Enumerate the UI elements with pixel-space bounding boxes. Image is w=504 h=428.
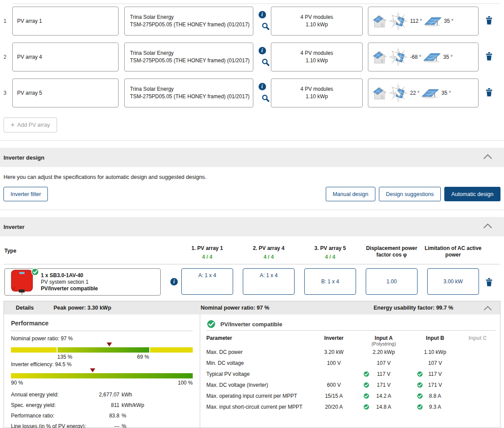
check-icon [417,392,423,399]
collapse-section-icon[interactable] [482,153,493,162]
pv-design-page: 1 Trina Solar Energy TSM-275PD05.05 (THE… [0,0,504,428]
module-power: 1.10 kWp [306,93,328,100]
automatic-design-button[interactable]: Automatic design [444,187,500,201]
module-type: TSM-275PD05.05 (THE HONEY framed) (01/20… [130,93,253,100]
module-count-box[interactable]: 4 PV modules 1.10 kWp [271,43,363,71]
search-icon[interactable] [262,22,270,32]
string-config-input-2[interactable]: A: 1 x 4 [243,268,295,295]
column-pv-array-2: 2. PV array 4 4 / 4 [236,245,302,260]
details-panel: Details Peak power: 3.30 kWp Nominal pow… [4,301,500,428]
compat-row: Min. DC voltage 100 V 107 V 107 V [206,357,496,368]
performance-panel: Performance Nominal power ratio: 97 % 13… [4,314,200,428]
house-roof-icon [371,13,388,29]
tilt-panel-icon [423,51,441,63]
module-count: 4 PV modules [300,50,333,57]
section-divider [0,210,504,210]
inverter-header: Inverter [0,217,504,236]
inverter-system-section: PV system section 1 [41,279,98,285]
pv-array-row: 1 Trina Solar Energy TSM-275PD05.05 (THE… [4,6,500,36]
module-count: 4 PV modules [300,14,333,21]
orientation-box[interactable]: 22 ° 35 ° [368,78,479,107]
section-divider [0,140,504,141]
collapse-section-icon[interactable] [482,222,493,231]
tilt-value: 35 ° [441,90,450,96]
compat-row: Max. operating input current per MPPT 15… [206,390,496,401]
module-actions: i [253,83,271,103]
inverter-filter-button[interactable]: Inverter filter [4,187,48,201]
info-icon[interactable]: i [259,83,266,90]
string-config-input-1[interactable]: A: 1 x 4 [181,268,233,295]
nominal-power-ratio-label: Nominal power ratio: 97 % [11,335,193,342]
info-icon[interactable]: i [259,11,266,18]
inverter-type-box[interactable]: 1 x SB3.0-1AV-40 PV system section 1 PV/… [4,268,161,296]
module-type: TSM-275PD05.05 (THE HONEY framed) (01/20… [130,21,253,29]
azimuth-compass-icon [388,83,408,103]
info-icon[interactable]: i [170,278,178,285]
search-icon[interactable] [262,94,270,103]
design-suggestions-button[interactable]: Design suggestions [379,187,441,201]
azimuth-compass-icon [388,47,408,67]
inverter-efficiency-label: Inverter efficiency: 94.5 % [11,361,193,367]
stat-row: Spec. energy yield: 811 kWh/kWp [11,400,193,410]
check-icon [363,382,370,388]
energy-usability-factor: Energy usability factor: 99.7 % [374,305,453,311]
col-input-b: Input B [410,335,460,341]
cos-phi-input[interactable]: 1.00 [366,268,418,295]
stat-row: Line losses (in % of PV energy): --- % [11,421,193,428]
column-type: Type [4,248,16,254]
delete-inverter-icon[interactable] [486,278,493,288]
inverter-efficiency-bar [11,373,193,378]
inverter-row: 1 x SB3.0-1AV-40 PV system section 1 PV/… [4,268,500,296]
tilt-panel-icon [421,87,439,99]
module-count-box[interactable]: 4 PV modules 1.10 kWp [271,7,363,36]
compatibility-status: PV/Inverter compatible [206,318,496,330]
info-icon[interactable]: i [259,47,266,54]
check-icon [417,403,423,410]
performance-stats: Annual energy yield: 2,677.07 kWh Spec. … [11,389,193,428]
ac-limit-input[interactable]: 3.00 kW [427,268,479,295]
module-select-box[interactable]: Trina Solar Energy TSM-275PD05.05 (THE H… [124,7,253,36]
column-pv-array-3: 3. PV array 5 4 / 4 [297,245,363,260]
house-roof-icon [371,49,388,65]
check-icon [417,382,423,388]
collapse-details-icon[interactable] [482,305,493,313]
azimuth-value: -68 ° [410,54,421,60]
tilt-panel-icon [424,15,442,27]
search-icon[interactable] [262,58,270,68]
module-assignment-count: 4 / 4 [297,254,363,260]
col-parameter: Parameter [206,335,311,341]
bar-segment [150,347,193,353]
module-actions: i [253,11,271,32]
stat-row: Performance ratio: 83.8 % [11,410,193,421]
section-title: Inverter [4,224,25,230]
orientation-box[interactable]: 112 ° 35 ° [368,7,479,36]
efficiency-marker [90,368,95,372]
string-config-input-3[interactable]: B: 1 x 4 [304,268,356,295]
add-pv-array-button[interactable]: + Add PV array [4,118,57,132]
module-actions: i [253,47,271,68]
compat-row: Max. DC power 3.20 kW 2.20 kWp 1.10 kWp [206,346,496,357]
check-icon [363,392,370,399]
stat-row: Annual energy yield: 2,677.07 kWh [11,389,193,400]
compatibility-panel: PV/Inverter compatible Parameter Inverte… [200,314,500,428]
column-pv-array-1: 1. PV array 1 4 / 4 [174,245,240,260]
pv-array-name-input[interactable] [12,7,119,36]
module-select-box[interactable]: Trina Solar Energy TSM-275PD05.05 (THE H… [124,43,253,71]
orientation-box[interactable]: -68 ° 35 ° [368,43,479,71]
delete-pv-array-icon[interactable] [486,88,493,98]
row-index: 1 [4,18,12,24]
pv-array-name-input[interactable] [12,78,119,107]
module-manufacturer: Trina Solar Energy [130,14,253,21]
column-cos-phi: Displacement power factor cos φ [359,245,425,258]
pv-array-name-input[interactable] [12,43,119,71]
tilt-value: 35 ° [444,18,453,24]
row-index: 2 [4,54,12,60]
module-count-box[interactable]: 4 PV modules 1.10 kWp [271,78,363,107]
delete-pv-array-icon[interactable] [486,52,493,62]
module-select-box[interactable]: Trina Solar Energy TSM-275PD05.05 (THE H… [124,78,253,107]
scale-left: 90 % [11,380,23,386]
manual-design-button[interactable]: Manual design [326,187,375,201]
delete-pv-array-icon[interactable] [486,16,493,26]
peak-power: Peak power: 3.30 kWp [54,305,111,311]
compat-row: Typical PV voltage 117 V 117 V [206,368,496,379]
